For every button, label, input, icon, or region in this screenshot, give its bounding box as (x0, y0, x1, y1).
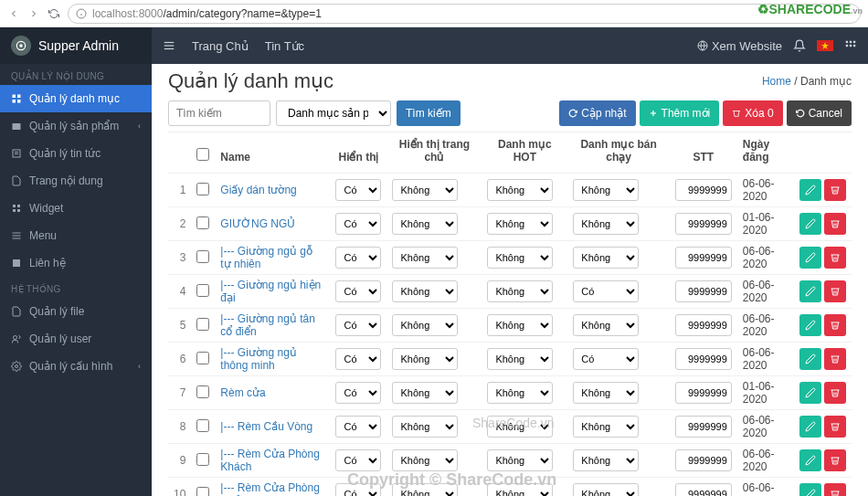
sidebar-item-contact[interactable]: Liên hệ (0, 249, 152, 277)
show-select[interactable]: Có (335, 280, 381, 302)
edit-button[interactable] (799, 314, 821, 336)
home-select[interactable]: Không (392, 213, 458, 235)
show-select[interactable]: Có (335, 382, 381, 404)
best-select[interactable]: Không (573, 483, 639, 496)
sidebar-item-config[interactable]: Quản lý cấu hình ‹ (0, 353, 152, 380)
sidebar-item-users[interactable]: Quản lý user (0, 325, 152, 353)
edit-button[interactable] (799, 382, 821, 404)
edit-button[interactable] (799, 483, 821, 496)
search-input[interactable] (168, 100, 270, 126)
home-select[interactable]: Không (392, 179, 458, 201)
delete-row-button[interactable] (824, 247, 846, 269)
home-select[interactable]: Không (392, 483, 458, 496)
row-checkbox[interactable] (196, 352, 209, 364)
best-select[interactable]: Không (573, 247, 639, 269)
row-name-link[interactable]: |--- Rèm Cầu Vòng (220, 420, 312, 433)
hot-select[interactable]: Không (487, 449, 553, 471)
row-name-link[interactable]: |--- Giường ngủ thông minh (220, 346, 296, 372)
row-checkbox[interactable] (196, 487, 209, 497)
row-checkbox[interactable] (196, 419, 209, 432)
home-select[interactable]: Không (392, 247, 458, 269)
reload-icon[interactable] (48, 7, 60, 20)
hamburger-icon[interactable] (163, 39, 175, 52)
row-name-link[interactable]: |--- Rèm Cửa Phòng Khách (220, 448, 319, 473)
view-website-link[interactable]: Xem Website (697, 39, 782, 53)
bell-icon[interactable] (793, 39, 806, 52)
row-name-link[interactable]: Giấy dán tường (220, 184, 296, 196)
delete-row-button[interactable] (824, 483, 846, 496)
row-name-link[interactable]: |--- Giường ngủ gỗ tự nhiên (220, 245, 312, 270)
row-checkbox[interactable] (196, 250, 209, 263)
show-select[interactable]: Có (335, 247, 381, 269)
apps-icon[interactable] (844, 39, 857, 52)
stt-input[interactable] (675, 213, 732, 235)
stt-input[interactable] (675, 348, 732, 370)
hot-select[interactable]: Không (487, 213, 553, 235)
select-all-checkbox[interactable] (196, 148, 209, 161)
hot-select[interactable]: Không (487, 382, 553, 404)
row-checkbox[interactable] (196, 183, 209, 195)
best-select[interactable]: Không (573, 213, 639, 235)
breadcrumb-home[interactable]: Home (762, 75, 791, 88)
nav-home[interactable]: Trang Chủ (192, 39, 249, 53)
delete-button[interactable]: Xóa 0 (723, 100, 782, 126)
hot-select[interactable]: Không (487, 247, 553, 269)
delete-row-button[interactable] (824, 382, 846, 404)
row-name-link[interactable]: GIƯỜNG NGỦ (220, 217, 295, 230)
show-select[interactable]: Có (335, 314, 381, 336)
nav-news[interactable]: Tin Tức (265, 39, 304, 53)
best-select[interactable]: Có (573, 348, 639, 370)
sidebar-item-news[interactable]: Quản lý tin tức (0, 140, 152, 167)
sidebar-item-files[interactable]: Quản lý file (0, 298, 152, 325)
edit-button[interactable] (799, 416, 821, 438)
edit-button[interactable] (799, 449, 821, 471)
row-checkbox[interactable] (196, 453, 209, 466)
stt-input[interactable] (675, 247, 732, 269)
stt-input[interactable] (675, 449, 732, 471)
stt-input[interactable] (675, 483, 732, 496)
sidebar-item-category[interactable]: Quản lý danh mục (0, 85, 152, 112)
home-select[interactable]: Không (392, 348, 458, 370)
show-select[interactable]: Có (335, 483, 381, 496)
best-select[interactable]: Có (573, 280, 639, 302)
sidebar-item-product[interactable]: Quản lý sản phẩm ‹ (0, 112, 152, 140)
show-select[interactable]: Có (335, 348, 381, 370)
delete-row-button[interactable] (824, 213, 846, 235)
row-name-link[interactable]: |--- Rèm Cửa Phòng Ngủ (220, 481, 319, 496)
best-select[interactable]: Không (573, 449, 639, 471)
row-checkbox[interactable] (196, 385, 209, 398)
show-select[interactable]: Có (335, 416, 381, 438)
back-icon[interactable] (7, 7, 20, 20)
edit-button[interactable] (799, 348, 821, 370)
brand[interactable]: Supper Admin (0, 27, 152, 64)
filter-select[interactable]: Danh mục sản phẩm (276, 100, 391, 126)
cancel-button[interactable]: Cancel (787, 100, 852, 126)
home-select[interactable]: Không (392, 382, 458, 404)
sidebar-item-widget[interactable]: Widget (0, 195, 152, 222)
show-select[interactable]: Có (335, 179, 381, 201)
delete-row-button[interactable] (824, 280, 846, 302)
url-bar[interactable]: localhost:8000/admin/category?name=&type… (68, 4, 861, 24)
hot-select[interactable]: Không (487, 483, 553, 496)
show-select[interactable]: Có (335, 213, 381, 235)
forward-icon[interactable] (27, 7, 40, 20)
edit-button[interactable] (799, 247, 821, 269)
home-select[interactable]: Không (392, 449, 458, 471)
sidebar-item-pages[interactable]: Trang nội dung (0, 167, 152, 195)
row-name-link[interactable]: |--- Giường ngủ hiện đại (220, 279, 321, 304)
row-checkbox[interactable] (196, 284, 209, 297)
show-select[interactable]: Có (335, 449, 381, 471)
delete-row-button[interactable] (824, 416, 846, 438)
hot-select[interactable]: Không (487, 314, 553, 336)
stt-input[interactable] (675, 280, 732, 302)
add-button[interactable]: Thêm mới (640, 100, 720, 126)
hot-select[interactable]: Không (487, 179, 553, 201)
edit-button[interactable] (799, 213, 821, 235)
best-select[interactable]: Không (573, 382, 639, 404)
row-name-link[interactable]: |--- Giường ngủ tân cổ điển (220, 312, 314, 338)
delete-row-button[interactable] (824, 348, 846, 370)
home-select[interactable]: Không (392, 416, 458, 438)
stt-input[interactable] (675, 314, 732, 336)
search-button[interactable]: Tìm kiếm (397, 100, 460, 126)
edit-button[interactable] (799, 280, 821, 302)
